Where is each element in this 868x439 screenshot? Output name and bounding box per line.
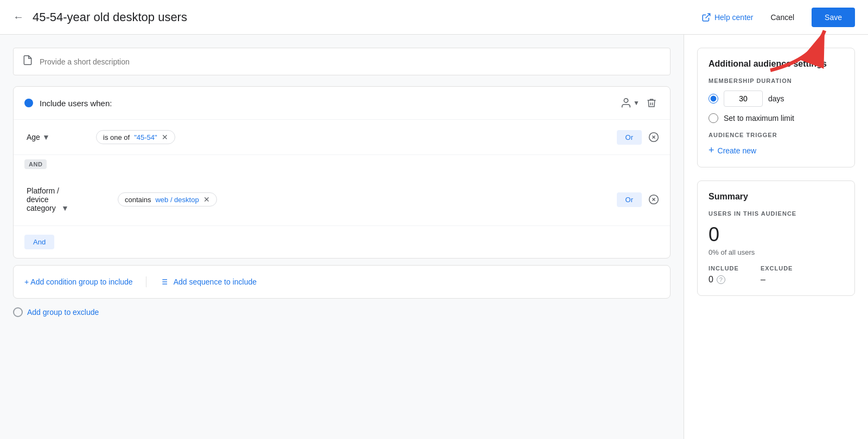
create-new-label: Create new (718, 146, 757, 155)
and-button-container: And (14, 226, 670, 258)
and-button[interactable]: And (24, 235, 54, 249)
max-limit-radio-row: Set to maximum limit (709, 113, 844, 123)
platform-tag-close[interactable]: ✕ (203, 195, 210, 204)
summary-table: INCLUDE 0 ? EXCLUDE – (709, 265, 844, 285)
platform-tag: contains web / desktop ✕ (118, 192, 217, 206)
audience-settings-panel: Additional audience settings MEMBERSHIP … (697, 48, 855, 167)
delete-group-button[interactable] (644, 95, 659, 111)
settings-title: Additional audience settings (709, 59, 844, 69)
add-condition-group-label: + Add condition group to include (24, 277, 133, 286)
exclude-value: – (761, 275, 765, 285)
days-input[interactable] (724, 91, 763, 107)
exclude-col-value: – (761, 275, 793, 285)
users-pct: 0% of all users (709, 248, 844, 256)
condition-header-actions: ▼ (620, 95, 659, 111)
days-radio-row: days (709, 91, 844, 107)
add-exclude-label: Add group to exclude (27, 308, 99, 317)
add-sequence-label: Add sequence to include (174, 277, 257, 286)
add-sequence-button[interactable]: Add sequence to include (159, 277, 257, 286)
age-row-close-button[interactable] (648, 132, 659, 143)
condition-group-header: Include users when: ▼ (14, 87, 670, 120)
create-new-button[interactable]: + Create new (709, 145, 756, 156)
document-icon (22, 55, 33, 68)
summary-title: Summary (709, 192, 844, 202)
age-tag: is one of "45-54" ✕ (96, 130, 175, 144)
back-button[interactable]: ← (13, 11, 24, 23)
plus-icon: + (709, 145, 714, 156)
exclude-circle-icon (13, 307, 23, 317)
trigger-section: AUDIENCE TRIGGER + Create new (709, 132, 844, 156)
help-center-text: Help center (714, 13, 754, 22)
age-dropdown-arrow: ▼ (42, 133, 50, 141)
platform-condition-tags: contains web / desktop ✕ (118, 192, 610, 206)
age-tag-close[interactable]: ✕ (162, 133, 168, 141)
max-limit-label: Set to maximum limit (724, 114, 794, 122)
condition-row-platform: Platform /devicecategory ▼ contains web … (14, 173, 670, 226)
circle-x-icon (648, 132, 659, 143)
days-radio[interactable] (709, 94, 718, 104)
svg-line-0 (705, 14, 710, 18)
svg-point-1 (624, 99, 628, 102)
description-bar (13, 48, 671, 75)
days-label: days (768, 94, 784, 103)
cancel-button[interactable]: Cancel (762, 9, 803, 26)
age-field-dropdown[interactable]: Age ▼ (24, 128, 90, 146)
person-dropdown[interactable]: ▼ (620, 97, 640, 109)
page-title: 45-54-year old desktop users (33, 10, 693, 24)
platform-field-name: Platform /devicecategory (27, 186, 59, 212)
add-condition-group-button[interactable]: + Add condition group to include (24, 277, 133, 286)
add-exclude-row[interactable]: Add group to exclude (13, 307, 671, 317)
users-count: 0 (709, 223, 844, 246)
summary-panel: Summary USERS IN THIS AUDIENCE 0 0% of a… (697, 180, 855, 296)
left-content: Include users when: ▼ (0, 35, 684, 439)
age-field-name: Age (27, 133, 40, 141)
platform-row-close-button[interactable] (648, 194, 659, 205)
save-button[interactable]: Save (812, 8, 855, 27)
and-badge: AND (14, 155, 670, 173)
include-col-value: 0 ? (709, 275, 739, 285)
divider (146, 276, 146, 287)
platform-dropdown-arrow: ▼ (61, 204, 69, 212)
age-tag-value: "45-54" (134, 133, 157, 141)
header: ← 45-54-year old desktop users Help cent… (0, 0, 868, 35)
platform-tag-text: contains (125, 196, 151, 204)
age-tag-text: is one of (103, 133, 130, 141)
exclude-col: EXCLUDE – (761, 265, 793, 285)
include-value: 0 (709, 275, 713, 285)
main-layout: Include users when: ▼ (0, 35, 868, 439)
person-icon (620, 97, 632, 109)
platform-field-dropdown[interactable]: Platform /devicecategory ▼ (24, 182, 111, 217)
include-col: INCLUDE 0 ? (709, 265, 739, 285)
info-icon[interactable]: ? (717, 275, 725, 284)
platform-or-button[interactable]: Or (617, 192, 642, 207)
users-in-audience-label: USERS IN THIS AUDIENCE (709, 210, 844, 217)
age-condition-tags: is one of "45-54" ✕ (96, 130, 610, 144)
include-label: Include users when: (40, 99, 614, 108)
trash-icon (646, 98, 657, 108)
condition-row-age: Age ▼ is one of "45-54" ✕ Or (14, 120, 670, 155)
platform-circle-x-icon (648, 194, 659, 205)
sequence-icon (159, 277, 168, 286)
platform-tag-value: web / desktop (155, 196, 199, 204)
condition-group: Include users when: ▼ (13, 86, 671, 259)
header-actions: Help center Cancel Save (701, 8, 855, 27)
max-limit-radio[interactable] (709, 113, 718, 123)
condition-dot (24, 99, 33, 107)
age-or-button[interactable]: Or (617, 130, 642, 145)
chevron-down-icon: ▼ (633, 99, 640, 107)
audience-trigger-label: AUDIENCE TRIGGER (709, 132, 844, 138)
right-sidebar: Additional audience settings MEMBERSHIP … (684, 35, 868, 439)
add-condition-bar: + Add condition group to include Add seq… (13, 265, 671, 299)
include-col-label: INCLUDE (709, 265, 739, 272)
membership-duration-label: MEMBERSHIP DURATION (709, 78, 844, 84)
description-input[interactable] (40, 57, 661, 66)
help-center-link[interactable]: Help center (701, 12, 754, 22)
external-link-icon (701, 12, 711, 22)
exclude-col-label: EXCLUDE (761, 265, 793, 272)
